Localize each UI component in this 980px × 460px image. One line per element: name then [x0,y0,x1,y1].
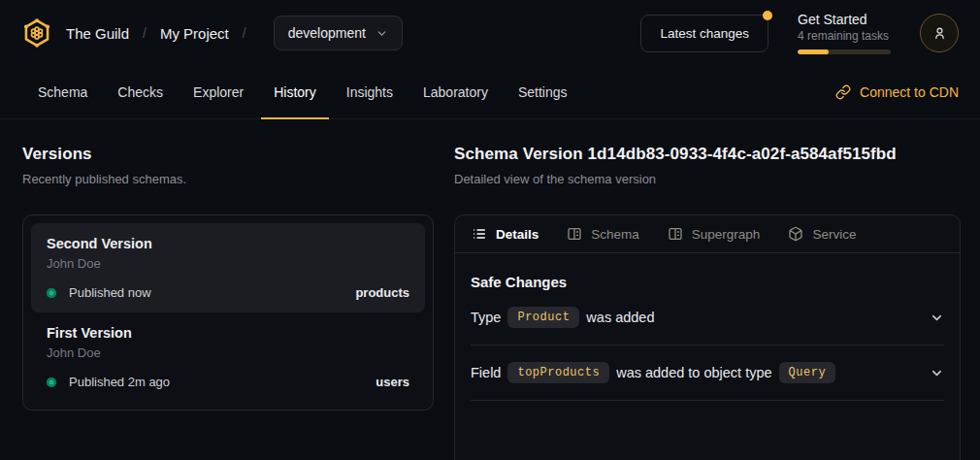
safe-changes-heading: Safe Changes [471,274,944,290]
link-icon [835,84,851,100]
detail-tab-service[interactable]: Service [788,226,856,242]
tab-insights[interactable]: Insights [334,66,406,119]
change-text: was added [586,310,654,325]
version-status-row: Published 2m ago users [47,375,409,389]
chevron-down-icon [376,27,388,40]
code-chip: topProducts [507,362,609,383]
latest-changes-button[interactable]: Latest changes [640,15,768,52]
main-content: Versions Recently published schemas. Sec… [0,119,980,460]
code-chip: Product [507,307,579,328]
change-description: Type Product was added [471,307,655,328]
versions-title: Versions [22,145,434,164]
change-text: Type [471,310,501,325]
tab-explorer[interactable]: Explorer [180,66,256,119]
published-status-text: Published 2m ago [69,375,170,389]
versions-list: Second Version John Doe Published now pr… [22,214,434,411]
target-selector-value: development [288,25,366,41]
versions-column: Versions Recently published schemas. Sec… [22,145,434,460]
tab-history[interactable]: History [261,66,329,119]
columns-icon [668,226,683,242]
header-actions: Latest changes Get Started 4 remaining t… [640,12,959,54]
hive-logo-icon[interactable] [21,17,52,49]
breadcrumb-separator: / [143,25,147,41]
published-status-icon [47,378,56,387]
version-name: First Version [47,325,409,341]
breadcrumb-org[interactable]: The Guild [66,25,129,42]
notification-dot [763,11,772,20]
tab-checks[interactable]: Checks [105,66,176,119]
list-icon [472,226,487,242]
breadcrumb: The Guild / My Project / development [21,16,403,50]
version-author: John Doe [47,256,409,271]
detail-tab-supergraph[interactable]: Supergraph [668,226,761,242]
columns-icon [567,226,582,242]
published-status-text: Published now [69,285,151,300]
change-description: Field topProducts was added to object ty… [471,362,842,383]
service-name: users [376,375,409,389]
app-header: The Guild / My Project / development Lat… [0,0,980,66]
version-list-item[interactable]: Second Version John Doe Published now pr… [31,223,425,312]
breadcrumb-separator: / [243,25,246,41]
user-avatar-button[interactable] [920,14,959,52]
tab-settings[interactable]: Settings [506,66,580,119]
detail-subtitle: Detailed view of the schema version [454,172,961,186]
tab-laboratory[interactable]: Laboratory [410,66,501,119]
published-status-icon [47,288,56,298]
change-row[interactable]: Field topProducts was added to object ty… [471,345,944,401]
chevron-down-icon[interactable] [930,366,944,380]
detail-tab-label: Details [496,227,539,242]
get-started-title: Get Started [798,12,891,27]
get-started-subtitle: 4 remaining tasks [798,29,891,43]
service-name: products [355,285,409,300]
target-selector[interactable]: development [274,16,403,50]
get-started-widget[interactable]: Get Started 4 remaining tasks [798,12,891,54]
cube-icon [788,226,803,242]
version-status-row: Published now products [47,285,409,300]
detail-column: Schema Version 1d14db83-0933-4f4c-a02f-a… [454,145,961,460]
primary-nav: Schema Checks Explorer History Insights … [0,66,980,119]
user-icon [931,25,948,42]
chevron-down-icon[interactable] [930,311,944,325]
latest-changes-label: Latest changes [660,26,749,41]
schema-version-panel: Details Schema Supergraph [454,214,961,460]
version-author: John Doe [47,345,409,360]
change-text: was added to object type [616,365,771,380]
get-started-progress-fill [798,49,829,54]
detail-tab-label: Supergraph [692,227,761,242]
change-row[interactable]: Type Product was added [471,290,944,345]
detail-tabbar: Details Schema Supergraph [455,215,960,253]
version-name: Second Version [47,236,409,251]
detail-title: Schema Version 1d14db83-0933-4f4c-a02f-a… [454,145,961,164]
connect-to-cdn-link[interactable]: Connect to CDN [835,66,959,118]
detail-body: Safe Changes Type Product was added Fiel… [455,274,960,401]
version-list-item[interactable]: First Version John Doe Published 2m ago … [31,312,425,402]
code-chip: Query [779,362,836,383]
breadcrumb-project[interactable]: My Project [160,25,229,42]
versions-subtitle: Recently published schemas. [22,172,434,186]
change-text: Field [471,365,501,380]
tab-schema[interactable]: Schema [25,66,100,119]
detail-tab-details[interactable]: Details [472,226,539,242]
detail-tab-label: Service [812,227,856,242]
detail-tab-schema[interactable]: Schema [567,226,639,242]
connect-to-cdn-label: Connect to CDN [860,84,959,100]
detail-tab-label: Schema [591,227,639,242]
get-started-progress-track [798,49,891,54]
